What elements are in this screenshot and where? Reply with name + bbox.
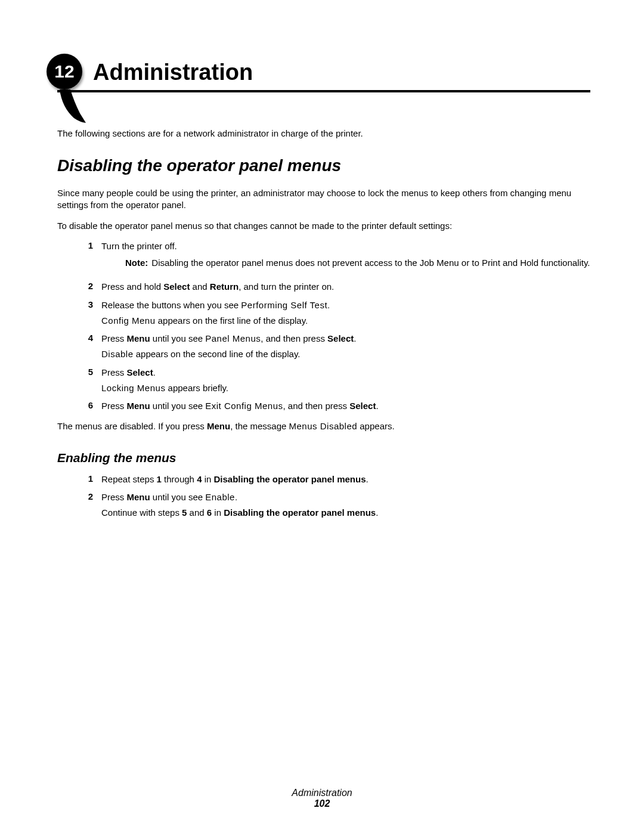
- step-number: 3: [57, 299, 101, 309]
- note-text: Disabling the operator panel menus does …: [151, 257, 590, 269]
- section-heading-disabling: Disabling the operator panel menus: [57, 156, 590, 175]
- step-subtext: Continue with steps 5 and 6 in Disabling…: [101, 507, 590, 519]
- list-item: 2 Press and hold Select and Return, and …: [57, 281, 590, 293]
- step-body: Turn the printer off. Note: Disabling th…: [101, 240, 590, 275]
- note-label: Note:: [125, 257, 151, 269]
- step-body: Release the buttons when you see Perform…: [101, 299, 590, 327]
- footer-title: Administration: [0, 788, 644, 798]
- step-number: 2: [57, 491, 101, 501]
- list-item: 3 Release the buttons when you see Perfo…: [57, 299, 590, 327]
- step-number: 4: [57, 333, 101, 343]
- chapter-title: Administration: [93, 54, 590, 85]
- list-item: 6 Press Menu until you see Exit Config M…: [57, 400, 590, 412]
- closing-paragraph: The menus are disabled. If you press Men…: [57, 420, 590, 432]
- step-subtext: Config Menu appears on the first line of…: [101, 315, 590, 327]
- step-body: Press Menu until you see Enable. Continu…: [101, 491, 590, 519]
- list-item: 5 Press Select. Locking Menus appears br…: [57, 367, 590, 395]
- footer-page-number: 102: [0, 798, 644, 809]
- list-item: 2 Press Menu until you see Enable. Conti…: [57, 491, 590, 519]
- header-rule: [57, 90, 590, 92]
- step-body: Press and hold Select and Return, and tu…: [101, 281, 590, 293]
- intro-paragraph: The following sections are for a network…: [57, 128, 590, 138]
- document-page: 12 Administration The following sections…: [0, 0, 644, 833]
- page-footer: Administration 102: [0, 788, 644, 809]
- chapter-number-badge: 12: [47, 54, 82, 89]
- step-number: 1: [57, 473, 101, 484]
- step-body: Press Select. Locking Menus appears brie…: [101, 367, 590, 395]
- step-body: Press Menu until you see Panel Menus, an…: [101, 333, 590, 361]
- chapter-number: 12: [54, 61, 74, 82]
- chapter-header: 12 Administration: [57, 54, 590, 92]
- list-item: 4 Press Menu until you see Panel Menus, …: [57, 333, 590, 361]
- step-number: 2: [57, 281, 101, 291]
- step-number: 6: [57, 400, 101, 410]
- step-subtext: Disable appears on the second line of th…: [101, 348, 590, 360]
- body-paragraph: Since many people could be using the pri…: [57, 187, 590, 212]
- step-subtext: Locking Menus appears briefly.: [101, 382, 590, 394]
- step-body: Press Menu until you see Exit Config Men…: [101, 400, 590, 412]
- step-body: Repeat steps 1 through 4 in Disabling th…: [101, 473, 590, 485]
- list-item: 1 Turn the printer off. Note: Disabling …: [57, 240, 590, 275]
- step-number: 1: [57, 240, 101, 250]
- body-paragraph: To disable the operator panel menus so t…: [57, 220, 590, 232]
- ordered-list-disable: 1 Turn the printer off. Note: Disabling …: [57, 240, 590, 413]
- list-item: 1 Repeat steps 1 through 4 in Disabling …: [57, 473, 590, 485]
- step-text: Turn the printer off.: [101, 241, 177, 251]
- section-heading-enabling: Enabling the menus: [57, 451, 590, 465]
- step-number: 5: [57, 367, 101, 377]
- ordered-list-enable: 1 Repeat steps 1 through 4 in Disabling …: [57, 473, 590, 519]
- note: Note: Disabling the operator panel menus…: [101, 257, 590, 269]
